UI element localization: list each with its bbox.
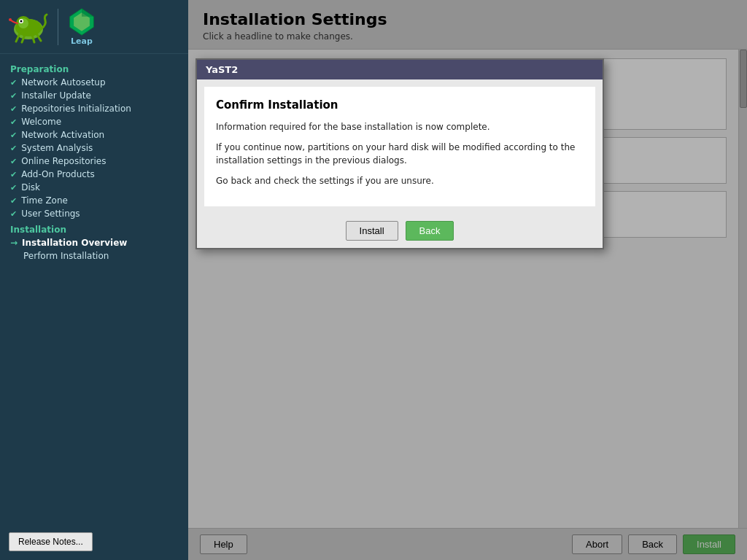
sidebar-item-disk[interactable]: ✔Disk xyxy=(0,181,188,194)
check-icon: ✔ xyxy=(10,131,17,140)
check-icon: ✔ xyxy=(10,78,17,88)
logo-divider xyxy=(58,9,58,45)
check-icon: ✔ xyxy=(10,170,17,179)
sidebar-item-user-settings[interactable]: ✔User Settings xyxy=(0,207,188,220)
svg-point-10 xyxy=(9,18,12,21)
modal-install-button[interactable]: Install xyxy=(346,221,398,241)
check-icon: ✔ xyxy=(10,104,17,114)
modal-overlay: YaST2 Confirm Installation Information r… xyxy=(188,0,747,560)
check-icon: ✔ xyxy=(10,209,17,219)
nav-section-installation: Installation →Installation Overview Perf… xyxy=(0,220,188,262)
sidebar-item-online-repos[interactable]: ✔Online Repositories xyxy=(0,155,188,168)
sidebar-nav: Preparation ✔Network Autosetup ✔Installe… xyxy=(0,54,188,524)
check-icon: ✔ xyxy=(10,183,17,192)
sidebar-item-perform-installation[interactable]: Perform Installation xyxy=(0,249,188,262)
check-icon: ✔ xyxy=(10,144,17,153)
nav-section-title-installation: Installation xyxy=(0,220,188,236)
sidebar-item-addon-products[interactable]: ✔Add-On Products xyxy=(0,168,188,181)
sidebar-item-repositories-init[interactable]: ✔Repositories Initialization xyxy=(0,102,188,115)
sidebar-item-welcome[interactable]: ✔Welcome xyxy=(0,115,188,128)
check-icon: ✔ xyxy=(10,91,17,101)
sidebar-item-system-analysis[interactable]: ✔System Analysis xyxy=(0,141,188,155)
sidebar-item-installer-update[interactable]: ✔Installer Update xyxy=(0,89,188,102)
sidebar-item-time-zone[interactable]: ✔Time Zone xyxy=(0,194,188,207)
opensuse-chameleon-icon: openSUSE xyxy=(9,9,49,45)
sidebar-header: openSUSE Leap xyxy=(0,0,188,54)
opensuse-logo: openSUSE Leap xyxy=(9,7,96,46)
check-icon: ✔ xyxy=(10,196,17,206)
sidebar-item-network-autosetup[interactable]: ✔Network Autosetup xyxy=(0,76,188,89)
main-content: Installation Settings Click a headline t… xyxy=(188,0,747,560)
leap-logo: Leap xyxy=(67,7,96,46)
modal-footer: Install Back xyxy=(197,214,603,248)
svg-marker-14 xyxy=(82,9,93,17)
release-notes-button[interactable]: Release Notes... xyxy=(9,532,93,551)
sidebar-item-installation-overview[interactable]: →Installation Overview xyxy=(0,236,188,249)
nav-section-title-preparation: Preparation xyxy=(0,60,188,76)
nav-section-preparation: Preparation ✔Network Autosetup ✔Installe… xyxy=(0,60,188,220)
main-layout: openSUSE Leap Preparation ✔Network Autos… xyxy=(0,0,747,560)
modal-titlebar: YaST2 xyxy=(197,60,603,79)
sidebar-footer: Release Notes... xyxy=(0,524,188,560)
check-icon: ✔ xyxy=(10,117,17,127)
modal-paragraph-2: If you continue now, partitions on your … xyxy=(216,141,584,167)
sidebar: openSUSE Leap Preparation ✔Network Autos… xyxy=(0,0,188,560)
modal-title: Confirm Installation xyxy=(216,98,584,112)
svg-point-5 xyxy=(20,20,23,22)
modal-paragraph-3: Go back and check the settings if you ar… xyxy=(216,174,584,187)
confirm-installation-modal: YaST2 Confirm Installation Information r… xyxy=(196,58,604,249)
check-icon: ✔ xyxy=(10,157,17,166)
sidebar-item-network-activation[interactable]: ✔Network Activation xyxy=(0,128,188,141)
modal-back-button[interactable]: Back xyxy=(406,221,454,241)
modal-paragraph-1: Information required for the base instal… xyxy=(216,120,584,133)
modal-body: Confirm Installation Information require… xyxy=(204,87,595,206)
leap-diamond-icon xyxy=(67,7,96,36)
leap-label: Leap xyxy=(71,36,93,46)
